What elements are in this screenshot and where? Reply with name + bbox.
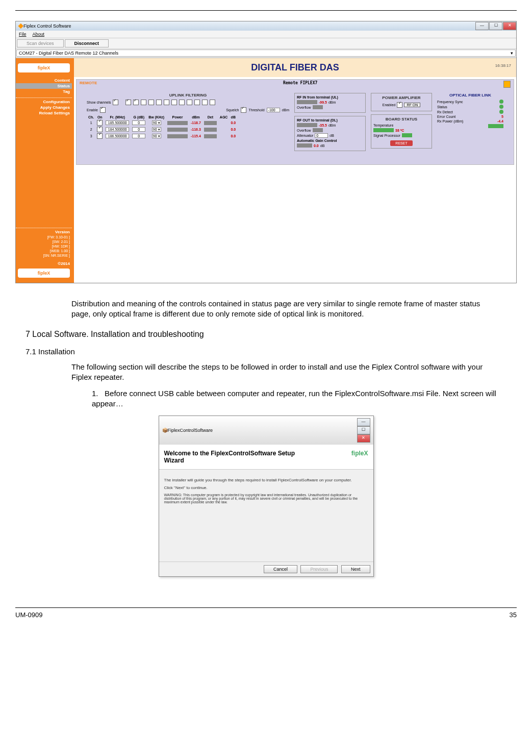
reset-button[interactable]: RESET <box>390 140 412 146</box>
attenuator-input[interactable]: 0 <box>315 133 328 138</box>
ch2-freq[interactable]: 184.500000 <box>106 127 129 132</box>
scan-devices-button[interactable]: Scan devices <box>17 39 64 47</box>
ch3-dbm: -115.4 <box>191 134 201 138</box>
ch2-gain[interactable]: 0 <box>132 127 145 132</box>
table-row: 2 184.500000 0 90 ▾ -116.3 0.0 <box>87 126 237 133</box>
pa-enabled-checkbox[interactable] <box>397 102 402 108</box>
rf-in-val: -99.5 <box>319 101 327 104</box>
rf-out-label: RF OUT to terminal (DL) <box>297 118 363 122</box>
opt-freq: Frequency Sync <box>437 100 463 104</box>
previous-button[interactable]: Previous <box>300 565 338 573</box>
paragraph: The following section will describe the … <box>71 362 496 383</box>
chevron-down-icon: ▾ <box>511 51 513 56</box>
optical-panel: OPTICAL FIBER LINK Frequency Sync Status… <box>437 93 503 154</box>
disconnect-button[interactable]: Disconnect <box>65 39 109 47</box>
show-ch-2[interactable] <box>133 100 139 105</box>
remote-status-icon <box>503 81 511 88</box>
temp-bar <box>373 128 394 132</box>
show-ch-4[interactable] <box>148 100 154 105</box>
inst-minimize[interactable]: — <box>357 418 370 426</box>
inst-maximize[interactable]: ☐ <box>357 426 370 434</box>
sidebar: fipleX Content Status Tag Configuration … <box>16 58 74 283</box>
inst-close[interactable]: ✕ <box>357 434 370 443</box>
device-combo[interactable]: COM27 - Digital Fiber DAS Remote 12 Chan… <box>16 50 516 57</box>
version-web: [WEB: 1.00 ] <box>16 249 72 253</box>
show-ch-all[interactable] <box>113 100 118 105</box>
show-ch-12[interactable] <box>210 100 215 105</box>
col-db: dB <box>229 115 237 119</box>
attenuator-label: Attenuator <box>297 134 313 137</box>
enable-checkbox[interactable] <box>100 107 106 113</box>
temp-label: Temperature <box>373 124 393 127</box>
installer-title: FiplexControlSoftware <box>168 428 213 433</box>
version-sw: [SW: 2.01 ] <box>16 239 72 244</box>
ch3-bw[interactable]: 90 ▾ <box>152 134 161 138</box>
ch1-on[interactable] <box>97 120 103 126</box>
installer-welcome: Welcome to the FiplexControlSoftware Set… <box>164 450 297 464</box>
uplink-panel: UPLINK FILTERING Show channels <box>87 93 289 154</box>
threshold-input[interactable]: -100 <box>267 108 280 112</box>
show-ch-11[interactable] <box>202 100 208 105</box>
app-title: Fiplex Control Software <box>23 23 71 29</box>
sidebar-apply[interactable]: Apply Changes <box>16 105 72 110</box>
ch2-bw[interactable]: 90 ▾ <box>152 127 161 132</box>
version-hw: [HW: 1DR ] <box>16 244 72 249</box>
squelch-checkbox[interactable] <box>241 107 246 113</box>
cancel-button[interactable]: Cancel <box>264 565 297 573</box>
banner-title: DIGITAL FIBER DAS <box>251 62 339 72</box>
uplink-title: UPLINK FILTERING <box>87 93 289 97</box>
ch3-freq[interactable]: 186.500000 <box>106 134 129 138</box>
sidebar-reload[interactable]: Reload Settings <box>16 110 72 116</box>
ch2-agc: 0.0 <box>231 128 236 131</box>
col-power: Power <box>166 115 189 119</box>
menu-about[interactable]: About <box>33 32 45 37</box>
ch3-power-bar <box>167 134 188 138</box>
show-ch-6[interactable] <box>164 100 169 105</box>
rf-in-label: RF IN from terminal (UL) <box>297 95 363 99</box>
col-det: Det <box>202 115 218 119</box>
close-button[interactable]: ✕ <box>503 22 516 30</box>
minimize-button[interactable]: — <box>475 22 489 30</box>
remote-name: Remote FIPLEX7 <box>283 81 317 88</box>
opt-errval: 5 <box>501 115 503 118</box>
app-window: 🔶 Fiplex Control Software — ☐ ✕ File Abo… <box>15 21 517 283</box>
sidebar-configuration[interactable]: Configuration <box>16 99 72 105</box>
sidebar-content[interactable]: Content <box>16 78 72 83</box>
rf-out-val: -35.5 <box>319 124 327 127</box>
col-bw: Bw (KHz) <box>147 115 166 119</box>
ch3-det-bar <box>204 134 217 138</box>
remote-label: REMOTE <box>80 81 97 88</box>
pa-title: POWER AMPLIFIER <box>373 95 429 100</box>
next-button[interactable]: Next <box>341 565 370 573</box>
status-dot-icon <box>499 110 503 114</box>
installer-text1: The installer will guide you through the… <box>164 478 368 482</box>
ch1-bw[interactable]: 90 ▾ <box>152 120 161 125</box>
ch1-gain[interactable]: 0 <box>132 120 145 125</box>
installer-icon: 📦 <box>162 428 168 433</box>
opt-rxpower: Rx Power (dBm) <box>437 119 463 123</box>
enable-label: Enable <box>87 108 98 112</box>
show-ch-3[interactable] <box>141 100 146 105</box>
opt-status: Status <box>437 105 447 109</box>
opt-rxval: -4.4 <box>497 119 503 123</box>
show-ch-1[interactable] <box>125 100 131 105</box>
ch3-gain[interactable]: 0 <box>132 134 145 138</box>
board-title: BOARD STATUS <box>373 117 429 121</box>
pa-enabled-label: Enabled <box>383 103 396 107</box>
sidebar-tag[interactable]: Tag <box>16 89 72 94</box>
show-ch-9[interactable] <box>187 100 192 105</box>
rf-on-button[interactable]: RF ON <box>404 103 420 107</box>
col-dbm: dBm <box>189 115 202 119</box>
ch2-on[interactable] <box>97 127 103 132</box>
show-ch-5[interactable] <box>156 100 162 105</box>
list-item: 1. Before connect USB cable between comp… <box>92 388 496 409</box>
ch1-freq[interactable]: 185.500000 <box>106 120 129 125</box>
main-area: DIGITAL FIBER DAS 16:38:17 REMOTE Remote… <box>74 58 516 283</box>
show-ch-7[interactable] <box>171 100 177 105</box>
menu-file[interactable]: File <box>19 32 27 37</box>
sidebar-status[interactable]: Status <box>16 83 72 89</box>
show-ch-8[interactable] <box>179 100 185 105</box>
show-ch-10[interactable] <box>194 100 200 105</box>
maximize-button[interactable]: ☐ <box>489 22 502 30</box>
ch3-on[interactable] <box>97 133 103 139</box>
